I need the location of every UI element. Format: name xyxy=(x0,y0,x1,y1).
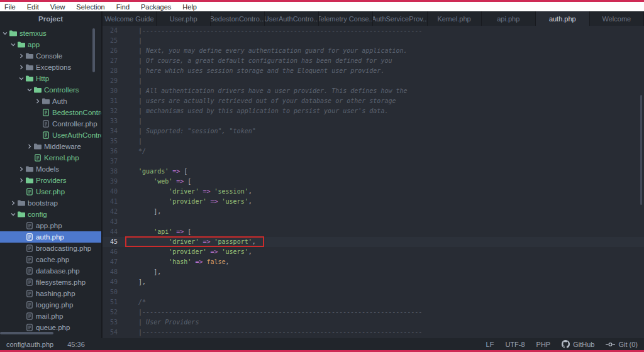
status-github[interactable]: GitHub xyxy=(562,340,594,348)
sidebar-horizontal-scrollbar[interactable] xyxy=(0,332,53,334)
code-line-50[interactable]: 50 xyxy=(103,287,644,297)
code-line-44[interactable]: 44 'api' => [ xyxy=(103,227,644,237)
chevron-down-icon[interactable] xyxy=(26,87,33,92)
tree-item-logging-php[interactable]: logging.php xyxy=(0,299,101,311)
code-line-37[interactable]: 37 xyxy=(103,157,644,167)
chevron-right-icon[interactable] xyxy=(34,99,41,104)
status-php[interactable]: PHP xyxy=(536,341,551,348)
chevron-right-icon[interactable] xyxy=(18,65,25,70)
tree-item-app[interactable]: app xyxy=(0,39,101,50)
menu-item-find[interactable]: Find xyxy=(113,3,133,11)
tree-item-exceptions[interactable]: Exceptions xyxy=(0,62,101,73)
sidebar-vertical-scrollbar[interactable] xyxy=(92,28,95,72)
status-lf[interactable]: LF xyxy=(486,341,494,348)
code-line-28[interactable]: 28 | here which uses session storage and… xyxy=(103,66,644,76)
code-line-48[interactable]: 48 ], xyxy=(103,267,644,277)
tab-userauthcontro-[interactable]: UserAuthContro... xyxy=(265,11,319,26)
editor-vertical-scrollbar[interactable] xyxy=(640,95,642,205)
tree-item-database-php[interactable]: database.php xyxy=(0,265,101,277)
code-line-42[interactable]: 42 ], xyxy=(103,207,644,217)
tree-item-broadcasting-php[interactable]: broadcasting.php xyxy=(0,243,101,254)
code-line-33[interactable]: 33 | xyxy=(103,116,644,126)
tree-item-mail-php[interactable]: mail.php xyxy=(0,311,101,322)
folder-icon xyxy=(25,177,34,184)
code-line-49[interactable]: 49 ], xyxy=(103,277,644,287)
status-utf-8[interactable]: UTF-8 xyxy=(505,341,525,348)
code-line-29[interactable]: 29 | xyxy=(103,76,644,86)
tab-user-php[interactable]: User.php xyxy=(157,11,211,26)
line-number: 48 xyxy=(103,267,118,277)
code-editor[interactable]: 24 |------------------------------------… xyxy=(103,26,644,338)
chevron-down-icon[interactable] xyxy=(9,42,16,47)
tree-item-config[interactable]: config xyxy=(0,209,101,220)
chevron-right-icon[interactable] xyxy=(18,167,25,172)
tree-item-auth[interactable]: Auth xyxy=(0,96,101,107)
tab-auth-php[interactable]: auth.php xyxy=(536,11,590,26)
tree-item-bedestoncontrolle[interactable]: BedestonControlle xyxy=(0,107,101,118)
menu-item-edit[interactable]: Edit xyxy=(24,3,42,11)
menu-item-file[interactable]: File xyxy=(1,3,19,11)
tab-label: BedestonContro... xyxy=(211,15,265,23)
tab-authserviceprov-[interactable]: AuthServiceProv... xyxy=(373,11,427,26)
menu-item-selection[interactable]: Selection xyxy=(73,3,108,11)
tab-kernel-php[interactable]: Kernel.php xyxy=(428,11,482,26)
code-line-32[interactable]: 32 | mechanisms used by this application… xyxy=(103,106,644,116)
tree-item-controller-php[interactable]: Controller.php xyxy=(0,118,101,129)
code-line-51[interactable]: 51 /* xyxy=(103,297,644,307)
code-line-39[interactable]: 39 'web' => [ xyxy=(103,177,644,187)
code-line-45[interactable]: 45 'driver' => 'passport', xyxy=(103,237,644,247)
chevron-down-icon[interactable] xyxy=(1,31,8,36)
code-line-40[interactable]: 40 'driver' => 'session', xyxy=(103,187,644,197)
tab-bedestoncontro-[interactable]: BedestonContro... xyxy=(211,11,265,26)
chevron-right-icon[interactable] xyxy=(18,178,25,183)
status-cursor-position[interactable]: 45:36 xyxy=(67,341,85,348)
tree-item-userauthcontrolle[interactable]: UserAuthControlle xyxy=(0,129,101,141)
code-line-27[interactable]: 27 | Of course, a great default configur… xyxy=(103,56,644,66)
code-line-26[interactable]: 26 | Next, you may define every authenti… xyxy=(103,46,644,56)
tree-item-kernel-php[interactable]: Kernel.php xyxy=(0,152,101,163)
code-line-43[interactable]: 43 xyxy=(103,217,644,227)
code-line-35[interactable]: 35 | xyxy=(103,136,644,146)
code-line-24[interactable]: 24 |------------------------------------… xyxy=(103,26,644,36)
tree-item-bootstrap[interactable]: bootstrap xyxy=(0,197,101,209)
tree-item-stemxus[interactable]: stemxus xyxy=(0,28,101,39)
tree-item-filesystems-php[interactable]: filesystems.php xyxy=(0,277,101,288)
tree-item-cache-php[interactable]: cache.php xyxy=(0,254,101,265)
tree-item-hashing-php[interactable]: hashing.php xyxy=(0,288,101,299)
tree-item-controllers[interactable]: Controllers xyxy=(0,84,101,96)
code-line-30[interactable]: 30 | All authentication drivers have a u… xyxy=(103,86,644,96)
code-line-38[interactable]: 38 'guards' => [ xyxy=(103,167,644,177)
tab-welcome[interactable]: Welcome xyxy=(590,11,644,26)
code-line-34[interactable]: 34 | Supported: "session", "token" xyxy=(103,126,644,136)
tree-item-providers[interactable]: Providers xyxy=(0,175,101,186)
code-line-36[interactable]: 36 */ xyxy=(103,146,644,157)
status-git-0-[interactable]: Git (0) xyxy=(606,341,638,348)
code-line-25[interactable]: 25 | xyxy=(103,36,644,46)
menu-item-help[interactable]: Help xyxy=(179,3,200,11)
project-tree[interactable]: stemxusappConsoleExceptionsHttpControlle… xyxy=(0,26,101,338)
menu-item-view[interactable]: View xyxy=(47,3,69,11)
code-line-46[interactable]: 46 'provider' => 'users', xyxy=(103,247,644,257)
chevron-down-icon[interactable] xyxy=(9,212,16,217)
code-line-31[interactable]: 31 | users are actually retrieved out of… xyxy=(103,96,644,106)
tree-item-auth-php[interactable]: auth.php xyxy=(0,231,101,243)
tab-welcome-guide[interactable]: Welcome Guide xyxy=(103,11,157,26)
chevron-right-icon[interactable] xyxy=(18,53,25,58)
chevron-right-icon[interactable] xyxy=(26,144,33,149)
tree-item-middleware[interactable]: Middleware xyxy=(0,141,101,152)
code-line-54[interactable]: 54 |------------------------------------… xyxy=(103,327,644,338)
code-line-47[interactable]: 47 'hash' => false, xyxy=(103,257,644,267)
code-line-53[interactable]: 53 | User Providers xyxy=(103,317,644,327)
tree-item-models[interactable]: Models xyxy=(0,163,101,175)
code-line-41[interactable]: 41 'provider' => 'users', xyxy=(103,197,644,207)
chevron-right-icon[interactable] xyxy=(9,201,16,206)
tree-item-http[interactable]: Http xyxy=(0,73,101,84)
tree-item-user-php[interactable]: User.php xyxy=(0,186,101,197)
tab-api-php[interactable]: api.php xyxy=(482,11,536,26)
code-line-52[interactable]: 52 |------------------------------------… xyxy=(103,307,644,317)
chevron-down-icon[interactable] xyxy=(18,76,25,81)
tree-item-console[interactable]: Console xyxy=(0,50,101,62)
tab-telemetry-conse-[interactable]: Telemetry Conse... xyxy=(319,11,373,26)
tree-item-app-php[interactable]: app.php xyxy=(0,220,101,231)
menu-item-packages[interactable]: Packages xyxy=(138,3,174,11)
